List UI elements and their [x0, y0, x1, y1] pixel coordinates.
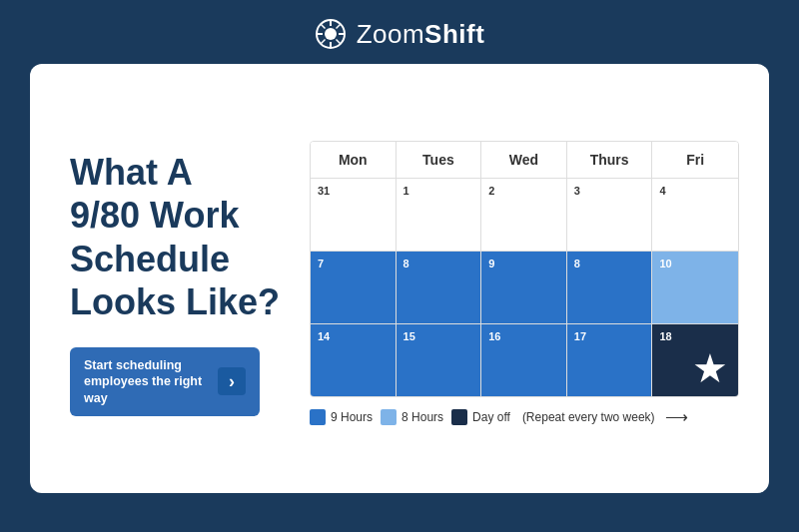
calendar-legend: 9 Hours 8 Hours Day off (Repeat every tw… — [310, 407, 739, 426]
cta-label: Start scheduling employees the right way — [84, 357, 208, 406]
cell-16: 16 — [481, 324, 567, 396]
legend-label-9hours: 9 Hours — [331, 410, 373, 424]
legend-dayoff: Day off — [451, 409, 510, 425]
right-panel: Mon Tues Wed Thurs Fri 31 1 2 3 4 7 8 9 … — [310, 141, 739, 426]
cell-15: 15 — [397, 324, 482, 396]
legend-arrow-icon: ⟶ — [665, 407, 688, 426]
calendar-row-3: 14 15 16 17 18 ★ — [311, 324, 738, 396]
page-header: ZoomShift — [0, 0, 799, 64]
cell-1: 1 — [397, 179, 482, 251]
cell-8a: 8 — [397, 252, 482, 323]
col-mon: Mon — [311, 142, 397, 178]
calendar: Mon Tues Wed Thurs Fri 31 1 2 3 4 7 8 9 … — [310, 141, 739, 397]
calendar-header: Mon Tues Wed Thurs Fri — [311, 142, 738, 179]
svg-line-9 — [321, 40, 326, 45]
star-icon: ★ — [692, 348, 728, 388]
svg-line-7 — [336, 40, 341, 45]
legend-dot-light-blue — [381, 409, 397, 425]
legend-note: (Repeat every two week) — [522, 410, 655, 424]
cell-31: 31 — [311, 179, 397, 251]
zoomshift-logo-icon — [315, 18, 347, 50]
legend-dot-blue — [310, 409, 326, 425]
svg-line-8 — [336, 24, 341, 29]
cell-9: 9 — [481, 252, 567, 323]
logo-text: ZoomShift — [357, 19, 485, 50]
cell-3: 3 — [567, 179, 653, 251]
calendar-row-1: 31 1 2 3 4 — [311, 179, 738, 252]
cell-14: 14 — [311, 324, 397, 396]
cell-2: 2 — [481, 179, 567, 251]
col-tues: Tues — [397, 142, 482, 178]
cell-17: 17 — [567, 324, 653, 396]
cell-18: 18 ★ — [652, 324, 738, 396]
cell-7: 7 — [311, 252, 397, 323]
cell-8b: 8 — [567, 252, 653, 323]
svg-line-6 — [321, 24, 326, 29]
cell-10: 10 — [652, 252, 738, 323]
col-fri: Fri — [652, 142, 738, 178]
legend-dot-dark — [451, 409, 467, 425]
cta-button[interactable]: Start scheduling employees the right way… — [70, 347, 260, 416]
cta-arrow-icon: › — [218, 367, 246, 395]
main-title: What A 9/80 Work Schedule Looks Like? — [70, 151, 290, 323]
legend-label-dayoff: Day off — [472, 410, 510, 424]
calendar-row-2: 7 8 9 8 10 — [311, 252, 738, 324]
left-panel: What A 9/80 Work Schedule Looks Like? St… — [70, 151, 290, 416]
main-card: What A 9/80 Work Schedule Looks Like? St… — [30, 64, 769, 493]
col-wed: Wed — [481, 142, 567, 178]
svg-point-1 — [325, 28, 337, 40]
col-thurs: Thurs — [567, 142, 653, 178]
legend-9hours: 9 Hours — [310, 409, 373, 425]
legend-8hours: 8 Hours — [381, 409, 443, 425]
legend-label-8hours: 8 Hours — [401, 410, 443, 424]
cell-4: 4 — [652, 179, 738, 251]
